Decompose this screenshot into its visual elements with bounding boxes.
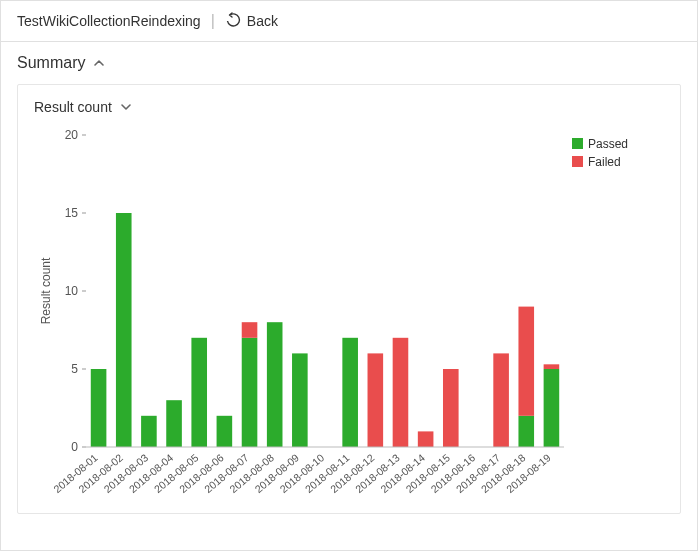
bar-failed xyxy=(518,307,534,416)
bar-passed xyxy=(292,353,308,447)
bar-passed xyxy=(141,416,157,447)
svg-text:10: 10 xyxy=(65,284,79,298)
bar-failed xyxy=(443,369,459,447)
page-title: TestWikiCollectionReindexing xyxy=(17,13,201,29)
svg-text:Result count: Result count xyxy=(39,257,53,324)
bar-passed xyxy=(166,400,182,447)
chevron-up-icon xyxy=(93,57,105,69)
header-separator: | xyxy=(211,12,215,30)
back-button[interactable]: Back xyxy=(225,12,278,31)
bar-failed xyxy=(493,353,509,447)
result-count-card: Result count 05101520Result count2018-08… xyxy=(17,84,681,514)
summary-label: Summary xyxy=(17,54,85,72)
bar-passed xyxy=(544,369,560,447)
bar-passed xyxy=(242,338,258,447)
legend-swatch xyxy=(572,156,583,167)
svg-text:20: 20 xyxy=(65,128,79,142)
bar-passed xyxy=(217,416,233,447)
svg-text:0: 0 xyxy=(71,440,78,454)
result-count-chart: 05101520Result count2018-08-012018-08-02… xyxy=(34,125,664,505)
bar-failed xyxy=(544,364,560,369)
legend-swatch xyxy=(572,138,583,149)
undo-icon xyxy=(225,12,247,31)
svg-text:5: 5 xyxy=(71,362,78,376)
bar-failed xyxy=(368,353,384,447)
bar-passed xyxy=(342,338,358,447)
bar-failed xyxy=(393,338,409,447)
bar-passed xyxy=(116,213,132,447)
chevron-down-icon xyxy=(120,101,132,113)
back-label: Back xyxy=(247,13,278,29)
bar-passed xyxy=(518,416,534,447)
summary-section-toggle[interactable]: Summary xyxy=(1,42,697,80)
bar-failed xyxy=(242,322,258,338)
bar-failed xyxy=(418,431,434,447)
bar-passed xyxy=(191,338,207,447)
page-header: TestWikiCollectionReindexing | Back xyxy=(1,1,697,42)
card-title-dropdown[interactable]: Result count xyxy=(34,99,664,115)
bar-passed xyxy=(267,322,283,447)
svg-text:15: 15 xyxy=(65,206,79,220)
bar-passed xyxy=(91,369,107,447)
card-title: Result count xyxy=(34,99,112,115)
legend-label: Passed xyxy=(588,137,628,151)
legend-label: Failed xyxy=(588,155,621,169)
